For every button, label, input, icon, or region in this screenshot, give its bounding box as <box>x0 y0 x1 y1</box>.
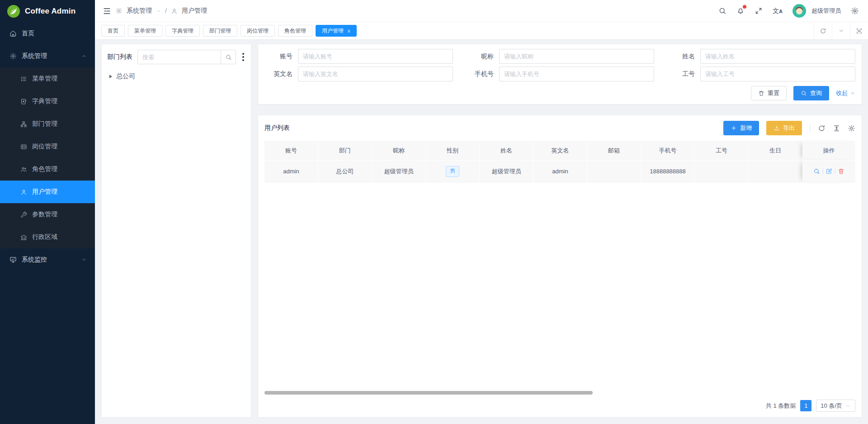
delete-icon[interactable] <box>835 168 847 175</box>
search-button[interactable]: 查询 <box>793 86 829 100</box>
column-header[interactable]: 邮箱 <box>587 141 641 160</box>
caret-right-icon[interactable] <box>109 75 112 78</box>
sidebar-item-label: 首页 <box>22 29 34 38</box>
pagination: 共 1 条数据 1 10 条/页 <box>264 400 855 414</box>
job-number-input[interactable] <box>700 67 855 81</box>
table-title: 用户列表 <box>264 124 290 132</box>
column-settings-gear-icon[interactable] <box>848 124 855 132</box>
username[interactable]: 超级管理员 <box>811 7 841 15</box>
sidebar-item-user-mgmt[interactable]: 用户管理 <box>0 181 95 203</box>
row-height-icon[interactable] <box>833 124 840 132</box>
search-icon <box>225 54 232 61</box>
column-header[interactable]: 生日 <box>749 141 802 160</box>
gear-icon <box>115 7 123 14</box>
sidebar-item-label: 部门管理 <box>32 120 57 128</box>
tree-node-root[interactable]: 总公司 <box>107 71 245 82</box>
fullscreen-icon[interactable] <box>755 7 763 15</box>
user-icon <box>20 189 27 195</box>
notification-dot <box>743 5 746 9</box>
org-chart-icon <box>20 121 27 128</box>
page-size-select[interactable]: 10 条/页 <box>816 400 855 412</box>
page-size-value: 10 条/页 <box>821 402 842 410</box>
tab-dept-mgmt[interactable]: 部门管理 <box>203 25 237 37</box>
avatar[interactable] <box>793 4 806 18</box>
maximize-icon[interactable] <box>850 22 868 39</box>
tab-home[interactable]: 首页 <box>101 25 125 37</box>
column-header[interactable]: 手机号 <box>641 141 695 160</box>
leaf-logo-icon <box>7 5 20 18</box>
breadcrumb-root[interactable]: 系统管理 <box>127 7 152 15</box>
filter-actions: 重置 查询 收起 <box>264 86 855 100</box>
refresh-icon[interactable] <box>818 124 826 132</box>
view-icon[interactable] <box>811 168 823 175</box>
list-icon <box>20 76 27 82</box>
translate-icon[interactable]: 文A <box>773 8 783 14</box>
sidebar-item-post-mgmt[interactable]: 岗位管理 <box>0 135 95 158</box>
column-header[interactable]: 账号 <box>264 141 318 160</box>
collapse-link[interactable]: 收起 <box>836 89 855 97</box>
page-button-1[interactable]: 1 <box>800 400 811 411</box>
field-nickname: 昵称 <box>466 49 654 64</box>
table-row[interactable]: admin 总公司 超级管理员 男 超级管理员 admin 1888888888… <box>264 160 855 182</box>
department-panel-header: 部门列表 <box>107 50 245 64</box>
kebab-menu-icon[interactable] <box>241 52 245 62</box>
tab-user-mgmt[interactable]: 用户管理x <box>316 25 357 37</box>
sidebar-group-system[interactable]: 系统管理 <box>0 45 95 67</box>
sidebar-group-label: 系统监控 <box>22 256 47 264</box>
sidebar-item-label: 参数管理 <box>32 210 57 219</box>
cell-name: 超级管理员 <box>480 160 533 182</box>
tab-dict-mgmt[interactable]: 字典管理 <box>165 25 200 37</box>
search-icon[interactable] <box>718 7 726 15</box>
sidebar-item-home[interactable]: 首页 <box>0 22 95 45</box>
field-label: 手机号 <box>466 70 494 78</box>
app-logo: Coffee Admin <box>0 0 95 22</box>
toolbar-right: 新增 导出 <box>723 121 855 135</box>
sidebar-item-role-mgmt[interactable]: 角色管理 <box>0 158 95 181</box>
sidebar-item-dept-mgmt[interactable]: 部门管理 <box>0 113 95 135</box>
column-header[interactable]: 性别 <box>426 141 480 160</box>
sidebar: Coffee Admin 首页 系统管理 菜单管理 字典管理 部门管理 岗位管理… <box>0 0 95 424</box>
chevron-up-icon <box>81 53 87 59</box>
edit-icon[interactable] <box>823 168 835 175</box>
reset-button[interactable]: 重置 <box>751 86 787 100</box>
department-search-button[interactable] <box>221 50 236 64</box>
add-button[interactable]: 新增 <box>723 121 759 135</box>
tab-post-mgmt[interactable]: 岗位管理 <box>241 25 275 37</box>
field-label: 英文名 <box>264 70 292 78</box>
name-input[interactable] <box>700 49 855 64</box>
english-name-input[interactable] <box>298 67 453 81</box>
account-input[interactable] <box>298 49 453 64</box>
sidebar-group-monitor[interactable]: 系统监控 <box>0 248 95 271</box>
nickname-input[interactable] <box>499 49 654 64</box>
tree-node-label: 总公司 <box>116 72 135 81</box>
phone-input[interactable] <box>499 67 654 81</box>
sidebar-group-label: 系统管理 <box>22 52 47 60</box>
sidebar-item-label: 菜单管理 <box>32 75 57 83</box>
refresh-icon[interactable] <box>814 22 832 39</box>
department-panel-title: 部门列表 <box>107 53 132 61</box>
notification-bell[interactable] <box>736 7 745 15</box>
tab-menu-mgmt[interactable]: 菜单管理 <box>128 25 162 37</box>
column-header[interactable]: 姓名 <box>480 141 533 160</box>
column-header[interactable]: 昵称 <box>372 141 426 160</box>
main-area: 系统管理 / 用户管理 文A 超级管理员 首页 菜单管理 字典管理 部门管理 岗… <box>95 0 868 424</box>
download-icon <box>774 125 780 131</box>
sidebar-item-dict-mgmt[interactable]: 字典管理 <box>0 90 95 113</box>
chevron-down-icon <box>845 403 851 409</box>
sidebar-item-region-mgmt[interactable]: 行政区域 <box>0 226 95 248</box>
column-header[interactable]: 部门 <box>318 141 372 160</box>
collapse-sidebar-icon[interactable] <box>103 7 111 15</box>
chevron-down-icon[interactable] <box>832 22 850 39</box>
sidebar-item-param-mgmt[interactable]: 参数管理 <box>0 203 95 226</box>
tab-role-mgmt[interactable]: 角色管理 <box>278 25 312 37</box>
column-header[interactable]: 英文名 <box>533 141 587 160</box>
sidebar-item-menu-mgmt[interactable]: 菜单管理 <box>0 67 95 90</box>
column-header-actions: 操作 <box>802 141 855 160</box>
horizontal-scrollbar[interactable] <box>264 391 593 395</box>
close-icon[interactable]: x <box>348 28 350 33</box>
export-button[interactable]: 导出 <box>766 121 802 135</box>
column-header[interactable]: 工号 <box>695 141 749 160</box>
bank-icon <box>20 234 27 241</box>
department-search-input[interactable] <box>138 50 221 64</box>
settings-gear-icon[interactable] <box>851 7 859 15</box>
